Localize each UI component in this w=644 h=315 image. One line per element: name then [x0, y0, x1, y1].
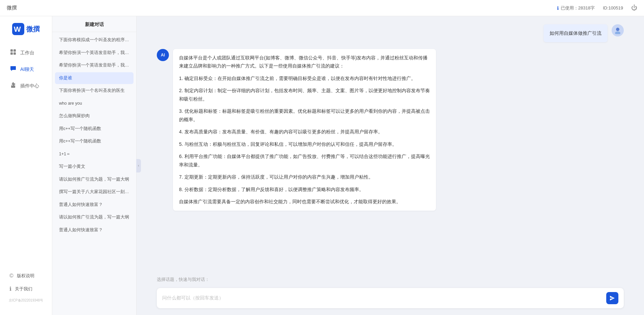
quick-topics: 选择话题，快速与我对话： [137, 273, 644, 285]
svg-point-6 [616, 28, 619, 31]
user-message-row: 如何用自媒体做推广引流 [157, 24, 624, 42]
conv-item[interactable]: 下面你将模拟成一个叫圣友的程序员，我说... [55, 34, 134, 46]
ai-chat-icon [9, 65, 17, 74]
conv-item[interactable]: 普通人如何快速致富？ [55, 199, 134, 211]
conv-item[interactable]: 请以如何推广引流为题，写一篇大纲 [55, 174, 134, 186]
conv-item[interactable]: who are you [55, 98, 134, 110]
ai-response-paragraph: 6. 利用平台推广功能：自媒体平台都提供了推广功能，如广告投放、付费推广等，可以… [179, 152, 430, 169]
ai-message-bubble: 自媒体平台是个人或团队通过互联网平台(如博客、微博、微信公众号、抖音、快手等)发… [173, 49, 436, 211]
sidebar-item-about-label: 关于我们 [15, 286, 32, 292]
ai-response-paragraph: 自媒体平台是个人或团队通过互联网平台(如博客、微博、微信公众号、抖音、快手等)发… [179, 54, 430, 70]
topbar-right: ℹ 已使用：28318字 ID:100519 ⏻ [557, 4, 637, 11]
conv-item[interactable]: 希望你扮演一个英语发音助手，我提供给你... [55, 59, 134, 72]
conv-item[interactable]: 普通人如何快速致富？ [55, 224, 134, 236]
topbar: 微撰 ℹ 已使用：28318字 ID:100519 ⏻ [0, 0, 644, 16]
conv-item[interactable]: 下面你将扮演一个名叫圣友的医生 [55, 85, 134, 97]
ai-response-paragraph: 2. 制定内容计划：制定一份详细的内容计划，包括发布时间、频率、主题、文案、图片… [179, 86, 430, 103]
main-layout: W 微撰 工作台 AI聊天 插件中心 [0, 16, 644, 315]
ai-response-paragraph: 5. 与粉丝互动：积极与粉丝互动，回复评论和私信，可以增加用户对你的认可和信任，… [179, 140, 430, 149]
about-icon: ℹ [9, 286, 11, 292]
sidebar-item-about[interactable]: ℹ 关于我们 [3, 283, 49, 295]
sidebar-item-plugin-label: 插件中心 [20, 83, 39, 89]
sidebar-item-copyright-label: 版权说明 [17, 273, 34, 279]
topbar-id: ID:100519 [603, 5, 623, 10]
conv-item[interactable]: 1+1＝ [55, 148, 134, 160]
sidebar-item-plugin[interactable]: 插件中心 [3, 78, 49, 94]
brand: W 微撰 [9, 23, 43, 35]
input-area [137, 285, 644, 315]
send-button[interactable] [606, 292, 618, 304]
usage-icon: ℹ [557, 5, 559, 11]
sidebar-item-workbench-label: 工作台 [20, 50, 34, 56]
svg-point-7 [615, 31, 620, 34]
conv-item[interactable]: 写一篇小黄文 [55, 161, 134, 173]
logout-icon[interactable]: ⏻ [631, 4, 637, 11]
nav-bottom: © 版权说明 ℹ 关于我们 京ICP备2022019348号 [0, 270, 52, 308]
user-message-text: 如何用自媒体做推广引流 [550, 30, 602, 36]
svg-rect-5 [13, 52, 16, 55]
quick-topics-label: 选择话题，快速与我对话： [157, 277, 209, 282]
svg-text:W: W [14, 25, 21, 33]
conv-item[interactable]: 怎么做狗屎炒肉 [55, 110, 134, 122]
chat-area: 如何用自媒体做推广引流 AI 自媒体平台是个人或团队通过互联网平台(如博客、微博… [137, 16, 644, 315]
chat-messages: 如何用自媒体做推广引流 AI 自媒体平台是个人或团队通过互联网平台(如博客、微博… [137, 16, 644, 273]
conv-item[interactable]: 请以如何推广引流为题，写一篇大纲 [55, 211, 134, 224]
user-avatar [612, 24, 624, 36]
conv-header[interactable]: 新建对话 [52, 16, 136, 32]
conv-item[interactable]: 希望你扮演一个英语发音助手，我提供给你... [55, 47, 134, 59]
ai-response-paragraph: 1. 确定目标受众：在开始自媒体推广引流之前，需要明确目标受众是谁，以便在发布内… [179, 74, 430, 83]
plugin-icon [9, 82, 17, 90]
sidebar-item-copyright[interactable]: © 版权说明 [3, 270, 49, 282]
ai-response-paragraph: 4. 发布高质量内容：发布高质量、有价值、有趣的内容可以吸引更多的粉丝，并提高用… [179, 128, 430, 136]
ai-response-paragraph: 7. 定期更新：定期更新内容，保持活跃度，可以让用户对你的内容产生兴趣，增加用户… [179, 173, 430, 181]
chat-input[interactable] [162, 294, 603, 304]
ai-avatar: AI [157, 49, 169, 61]
svg-rect-2 [10, 49, 13, 52]
topbar-usage: ℹ 已使用：28318字 [557, 5, 595, 11]
sidebar-item-workbench[interactable]: 工作台 [3, 45, 49, 60]
brand-logo-icon: W [12, 23, 24, 35]
nav-footer-icp: 京ICP备2022019348号 [0, 296, 52, 305]
ai-response-paragraph: 8. 分析数据：定期分析数据，了解用户反馈和喜好，以便调整推广策略和内容发布频率… [179, 185, 430, 194]
svg-rect-4 [10, 52, 13, 55]
sidebar-item-ai-chat-label: AI聊天 [20, 67, 34, 73]
left-nav: W 微撰 工作台 AI聊天 插件中心 [0, 16, 52, 315]
sidebar-item-ai-chat[interactable]: AI聊天 [3, 62, 49, 77]
conv-item[interactable]: 你是谁 [55, 72, 134, 84]
conv-item[interactable]: 用c++写一个随机函数 [55, 135, 134, 148]
workbench-icon [9, 49, 17, 57]
user-message-bubble: 如何用自媒体做推广引流 [544, 24, 608, 42]
nav-items: 工作台 AI聊天 插件中心 [0, 45, 52, 270]
topbar-title: 微撰 [7, 5, 17, 11]
conv-list: 下面你将模拟成一个叫圣友的程序员，我说...希望你扮演一个英语发音助手，我提供给… [52, 32, 136, 315]
conv-item[interactable]: 撰写一篇关于八大家花园社区一刻钟便民生... [55, 186, 134, 198]
brand-name: 微撰 [26, 25, 40, 34]
ai-response-paragraph: 自媒体推广引流需要具备一定的内容创作和社交能力，同时也需要不断尝试和优化，才能取… [179, 198, 430, 206]
ai-message-row: AI 自媒体平台是个人或团队通过互联网平台(如博客、微博、微信公众号、抖音、快手… [157, 49, 624, 211]
copyright-icon: © [9, 273, 13, 279]
svg-rect-3 [13, 49, 16, 52]
ai-response-paragraph: 3. 优化标题和标签：标题和标签是吸引粉丝的重要因素。优化标题和标签可以让更多的… [179, 107, 430, 124]
usage-text: 已使用：28318字 [561, 5, 595, 11]
conv-panel: 新建对话 下面你将模拟成一个叫圣友的程序员，我说...希望你扮演一个英语发音助手… [52, 16, 137, 315]
conv-item[interactable]: 用c++写一个随机函数 [55, 123, 134, 135]
input-box [157, 288, 624, 308]
collapse-panel-button[interactable]: ‹ [136, 159, 141, 173]
